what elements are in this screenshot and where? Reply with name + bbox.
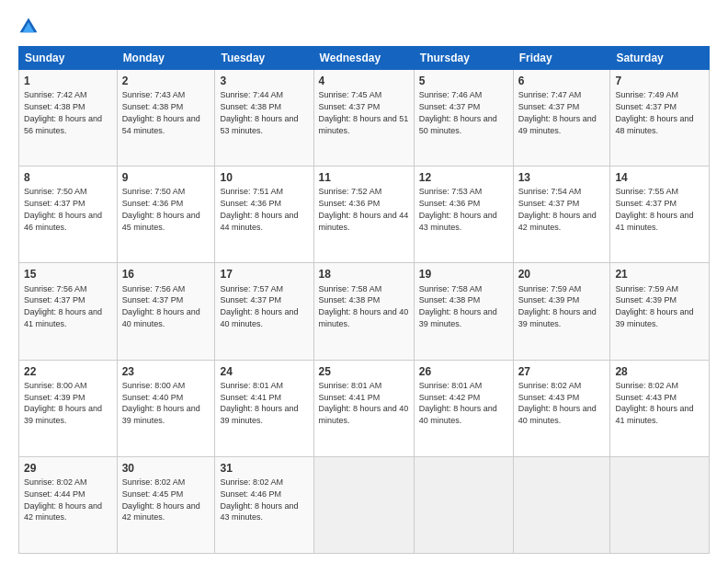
- calendar-cell: 26 Sunrise: 8:01 AMSunset: 4:42 PMDaylig…: [414, 360, 513, 456]
- day-number: 18: [319, 267, 409, 282]
- calendar: SundayMondayTuesdayWednesdayThursdayFrid…: [18, 46, 710, 554]
- calendar-week-5: 29 Sunrise: 8:02 AMSunset: 4:44 PMDaylig…: [19, 456, 710, 553]
- calendar-cell: 12 Sunrise: 7:53 AMSunset: 4:36 PMDaylig…: [414, 167, 513, 263]
- day-info: Sunrise: 7:57 AMSunset: 4:37 PMDaylight:…: [220, 284, 298, 328]
- calendar-cell: 4 Sunrise: 7:45 AMSunset: 4:37 PMDayligh…: [313, 70, 414, 167]
- calendar-cell: [513, 456, 610, 553]
- day-info: Sunrise: 7:47 AMSunset: 4:37 PMDaylight:…: [518, 90, 597, 134]
- day-number: 25: [319, 364, 409, 379]
- day-number: 8: [24, 170, 112, 185]
- day-info: Sunrise: 7:43 AMSunset: 4:38 PMDaylight:…: [122, 90, 200, 134]
- calendar-cell: 13 Sunrise: 7:54 AMSunset: 4:37 PMDaylig…: [513, 167, 610, 263]
- day-info: Sunrise: 7:50 AMSunset: 4:36 PMDaylight:…: [122, 187, 200, 231]
- day-info: Sunrise: 7:42 AMSunset: 4:38 PMDaylight:…: [24, 90, 102, 134]
- calendar-cell: 10 Sunrise: 7:51 AMSunset: 4:36 PMDaylig…: [215, 167, 313, 263]
- calendar-cell: 17 Sunrise: 7:57 AMSunset: 4:37 PMDaylig…: [215, 263, 313, 360]
- calendar-cell: 25 Sunrise: 8:01 AMSunset: 4:41 PMDaylig…: [313, 360, 414, 456]
- calendar-cell: 1 Sunrise: 7:42 AMSunset: 4:38 PMDayligh…: [19, 70, 118, 167]
- day-info: Sunrise: 7:56 AMSunset: 4:37 PMDaylight:…: [122, 284, 200, 328]
- day-number: 27: [518, 364, 606, 379]
- day-number: 17: [220, 267, 308, 282]
- day-number: 12: [419, 170, 508, 185]
- calendar-cell: [414, 456, 513, 553]
- header: [18, 17, 710, 37]
- day-info: Sunrise: 8:00 AMSunset: 4:40 PMDaylight:…: [122, 381, 200, 425]
- calendar-cell: 18 Sunrise: 7:58 AMSunset: 4:38 PMDaylig…: [313, 263, 414, 360]
- day-number: 22: [24, 364, 112, 379]
- calendar-cell: 5 Sunrise: 7:46 AMSunset: 4:37 PMDayligh…: [414, 70, 513, 167]
- day-number: 24: [220, 364, 308, 379]
- calendar-week-1: 1 Sunrise: 7:42 AMSunset: 4:38 PMDayligh…: [19, 70, 710, 167]
- day-header-saturday: Saturday: [610, 47, 710, 70]
- calendar-cell: 20 Sunrise: 7:59 AMSunset: 4:39 PMDaylig…: [513, 263, 610, 360]
- calendar-cell: 11 Sunrise: 7:52 AMSunset: 4:36 PMDaylig…: [313, 167, 414, 263]
- calendar-cell: 29 Sunrise: 8:02 AMSunset: 4:44 PMDaylig…: [19, 456, 118, 553]
- calendar-cell: 7 Sunrise: 7:49 AMSunset: 4:37 PMDayligh…: [610, 70, 710, 167]
- day-header-monday: Monday: [117, 47, 215, 70]
- calendar-header-row: SundayMondayTuesdayWednesdayThursdayFrid…: [19, 47, 710, 70]
- day-number: 20: [518, 267, 606, 282]
- logo: [18, 17, 42, 37]
- day-number: 15: [24, 267, 112, 282]
- day-number: 10: [220, 170, 308, 185]
- day-info: Sunrise: 7:45 AMSunset: 4:37 PMDaylight:…: [319, 90, 409, 134]
- day-info: Sunrise: 7:50 AMSunset: 4:37 PMDaylight:…: [24, 187, 102, 231]
- day-info: Sunrise: 8:02 AMSunset: 4:43 PMDaylight:…: [615, 381, 693, 425]
- calendar-cell: 23 Sunrise: 8:00 AMSunset: 4:40 PMDaylig…: [117, 360, 215, 456]
- day-number: 30: [122, 461, 210, 476]
- day-info: Sunrise: 7:59 AMSunset: 4:39 PMDaylight:…: [518, 284, 597, 328]
- day-info: Sunrise: 7:54 AMSunset: 4:37 PMDaylight:…: [518, 187, 597, 231]
- calendar-cell: 30 Sunrise: 8:02 AMSunset: 4:45 PMDaylig…: [117, 456, 215, 553]
- day-number: 2: [122, 74, 210, 88]
- calendar-week-4: 22 Sunrise: 8:00 AMSunset: 4:39 PMDaylig…: [19, 360, 710, 456]
- day-number: 29: [24, 461, 112, 476]
- day-info: Sunrise: 7:56 AMSunset: 4:37 PMDaylight:…: [24, 284, 102, 328]
- day-number: 28: [615, 364, 704, 379]
- day-info: Sunrise: 7:52 AMSunset: 4:36 PMDaylight:…: [319, 187, 409, 231]
- calendar-cell: 14 Sunrise: 7:55 AMSunset: 4:37 PMDaylig…: [610, 167, 710, 263]
- day-info: Sunrise: 7:58 AMSunset: 4:38 PMDaylight:…: [319, 284, 409, 328]
- page: SundayMondayTuesdayWednesdayThursdayFrid…: [0, 0, 728, 563]
- calendar-cell: 8 Sunrise: 7:50 AMSunset: 4:37 PMDayligh…: [19, 167, 118, 263]
- day-number: 26: [419, 364, 508, 379]
- day-number: 14: [615, 170, 704, 185]
- day-info: Sunrise: 7:53 AMSunset: 4:36 PMDaylight:…: [419, 187, 497, 231]
- calendar-cell: 6 Sunrise: 7:47 AMSunset: 4:37 PMDayligh…: [513, 70, 610, 167]
- day-header-friday: Friday: [513, 47, 610, 70]
- calendar-cell: [313, 456, 414, 553]
- calendar-cell: 2 Sunrise: 7:43 AMSunset: 4:38 PMDayligh…: [117, 70, 215, 167]
- day-number: 31: [220, 461, 308, 476]
- calendar-cell: 16 Sunrise: 7:56 AMSunset: 4:37 PMDaylig…: [117, 263, 215, 360]
- day-info: Sunrise: 7:58 AMSunset: 4:38 PMDaylight:…: [419, 284, 497, 328]
- day-number: 16: [122, 267, 210, 282]
- calendar-week-3: 15 Sunrise: 7:56 AMSunset: 4:37 PMDaylig…: [19, 263, 710, 360]
- calendar-week-2: 8 Sunrise: 7:50 AMSunset: 4:37 PMDayligh…: [19, 167, 710, 263]
- day-number: 7: [615, 74, 704, 88]
- day-info: Sunrise: 7:46 AMSunset: 4:37 PMDaylight:…: [419, 90, 497, 134]
- day-info: Sunrise: 8:00 AMSunset: 4:39 PMDaylight:…: [24, 381, 102, 425]
- day-number: 21: [615, 267, 704, 282]
- day-header-tuesday: Tuesday: [215, 47, 313, 70]
- day-number: 6: [518, 74, 606, 88]
- day-info: Sunrise: 8:02 AMSunset: 4:44 PMDaylight:…: [24, 477, 102, 522]
- calendar-cell: 22 Sunrise: 8:00 AMSunset: 4:39 PMDaylig…: [19, 360, 118, 456]
- day-info: Sunrise: 7:55 AMSunset: 4:37 PMDaylight:…: [615, 187, 693, 231]
- calendar-cell: 9 Sunrise: 7:50 AMSunset: 4:36 PMDayligh…: [117, 167, 215, 263]
- day-info: Sunrise: 7:51 AMSunset: 4:36 PMDaylight:…: [220, 187, 298, 231]
- logo-icon: [18, 17, 39, 37]
- day-info: Sunrise: 8:02 AMSunset: 4:46 PMDaylight:…: [220, 477, 298, 522]
- day-header-wednesday: Wednesday: [313, 47, 414, 70]
- calendar-cell: 27 Sunrise: 8:02 AMSunset: 4:43 PMDaylig…: [513, 360, 610, 456]
- day-info: Sunrise: 8:01 AMSunset: 4:41 PMDaylight:…: [319, 381, 409, 425]
- day-number: 5: [419, 74, 508, 88]
- day-info: Sunrise: 8:02 AMSunset: 4:45 PMDaylight:…: [122, 477, 200, 522]
- day-number: 3: [220, 74, 308, 88]
- calendar-cell: 28 Sunrise: 8:02 AMSunset: 4:43 PMDaylig…: [610, 360, 710, 456]
- day-number: 19: [419, 267, 508, 282]
- day-number: 23: [122, 364, 210, 379]
- calendar-cell: 24 Sunrise: 8:01 AMSunset: 4:41 PMDaylig…: [215, 360, 313, 456]
- day-info: Sunrise: 8:02 AMSunset: 4:43 PMDaylight:…: [518, 381, 597, 425]
- calendar-cell: 21 Sunrise: 7:59 AMSunset: 4:39 PMDaylig…: [610, 263, 710, 360]
- day-number: 9: [122, 170, 210, 185]
- day-info: Sunrise: 7:44 AMSunset: 4:38 PMDaylight:…: [220, 90, 298, 134]
